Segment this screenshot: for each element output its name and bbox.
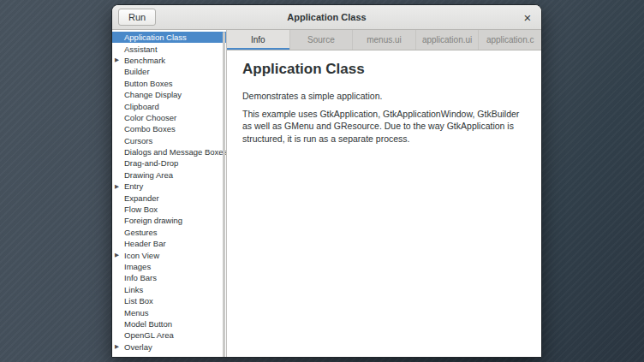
sidebar-item-label: OpenGL Area (124, 330, 174, 340)
sidebar-item-flow-box[interactable]: Flow Box (112, 204, 226, 215)
sidebar-item-label: Combo Boxes (124, 124, 176, 134)
tab-source[interactable]: Source (290, 30, 354, 50)
sidebar-item-label: Icon View (124, 251, 159, 260)
desktop-background: { "window": { "title": "Application Clas… (0, 0, 644, 362)
tab-application-c[interactable]: application.c (479, 30, 541, 50)
tab-bar: InfoSourcemenus.uiapplication.uiapplicat… (227, 30, 541, 50)
sidebar-item-label: Clipboard (124, 102, 159, 111)
sidebar-item-assistant[interactable]: Assistant (112, 43, 226, 54)
page-title: Application Class (242, 61, 526, 78)
sidebar-item-builder[interactable]: Builder (112, 66, 226, 77)
expander-arrow-icon[interactable]: ▶ (115, 56, 119, 63)
window-title: Application Class (112, 12, 541, 22)
sidebar-item-dialogs-and-message-boxes[interactable]: Dialogs and Message Boxes (112, 146, 226, 157)
sidebar-item-clipboard[interactable]: Clipboard (112, 100, 226, 111)
sidebar-item-label: Overlay (124, 342, 152, 352)
sidebar-item-model-button[interactable]: Model Button (112, 318, 226, 329)
run-button[interactable]: Run (118, 9, 156, 26)
sidebar-item-button-boxes[interactable]: Button Boxes (112, 78, 226, 89)
sidebar-item-images[interactable]: Images (112, 261, 226, 272)
app-window: Run Application Class × Application Clas… (111, 4, 542, 358)
tab-menus-ui[interactable]: menus.ui (353, 30, 416, 50)
sidebar-item-benchmark[interactable]: ▶Benchmark (112, 55, 226, 66)
sidebar-item-overlay[interactable]: ▶Overlay (112, 341, 226, 353)
sidebar-item-menus[interactable]: Menus (112, 306, 226, 317)
sidebar-item-label: Images (124, 262, 151, 271)
sidebar-item-icon-view[interactable]: ▶Icon View (112, 249, 226, 260)
sidebar-item-label: Cursors (124, 136, 152, 145)
sidebar-item-label: Drawing Area (124, 170, 173, 180)
sidebar-item-label: Header Bar (124, 239, 166, 248)
sidebar-item-opengl-area[interactable]: OpenGL Area (112, 329, 226, 341)
sidebar-item-label: Change Display (124, 90, 182, 99)
sidebar-item-gestures[interactable]: Gestures (112, 227, 226, 238)
window-body: Application ClassAssistant▶BenchmarkBuil… (112, 30, 541, 357)
demo-list-sidebar: Application ClassAssistant▶BenchmarkBuil… (112, 30, 227, 357)
sidebar-item-combo-boxes[interactable]: Combo Boxes (112, 123, 226, 134)
sidebar-item-label: Model Button (124, 319, 172, 329)
info-content: Application Class Demonstrates a simple … (227, 50, 541, 357)
sidebar-item-drag-and-drop[interactable]: Drag-and-Drop (112, 157, 226, 169)
sidebar-item-change-display[interactable]: Change Display (112, 89, 226, 100)
sidebar-item-label: Menus (124, 308, 149, 317)
sidebar-scrollbar[interactable] (223, 32, 225, 357)
sidebar-item-label: Benchmark (124, 56, 165, 65)
sidebar-item-application-class[interactable]: Application Class (112, 32, 226, 43)
sidebar-item-label: Info Bars (124, 273, 157, 282)
sidebar-item-label: Dialogs and Message Boxes (124, 147, 227, 157)
sidebar-item-label: Links (124, 285, 143, 294)
sidebar-item-header-bar[interactable]: Header Bar (112, 238, 226, 249)
sidebar-item-label: Entry (124, 181, 143, 191)
expander-arrow-icon[interactable]: ▶ (115, 343, 119, 350)
tab-info[interactable]: Info (227, 30, 290, 50)
sidebar-item-links[interactable]: Links (112, 284, 226, 295)
sidebar-item-label: Foreign drawing (124, 216, 182, 225)
sidebar-item-foreign-drawing[interactable]: Foreign drawing (112, 215, 226, 226)
sidebar-item-label: Button Boxes (124, 79, 173, 88)
sidebar-item-list-box[interactable]: List Box (112, 295, 226, 306)
sidebar-item-drawing-area[interactable]: Drawing Area (112, 169, 226, 181)
sidebar-item-label: Assistant (124, 45, 158, 54)
sidebar-item-label: Color Chooser (124, 113, 176, 122)
expander-arrow-icon[interactable]: ▶ (115, 183, 119, 190)
description-paragraph: Demonstrates a simple application. (242, 90, 526, 102)
sidebar-item-expander[interactable]: Expander (112, 192, 226, 203)
sidebar-item-entry[interactable]: ▶Entry (112, 181, 226, 192)
tab-application-ui[interactable]: application.ui (416, 30, 480, 50)
header-bar: Run Application Class × (112, 5, 541, 30)
sidebar-item-label: Expander (124, 193, 159, 203)
description-block: Demonstrates a simple application.This e… (242, 90, 526, 145)
expander-arrow-icon[interactable]: ▶ (115, 252, 119, 258)
sidebar-item-info-bars[interactable]: Info Bars (112, 272, 226, 283)
sidebar-item-label: Gestures (124, 228, 158, 237)
description-paragraph: This example uses GtkApplication, GtkApp… (242, 108, 526, 145)
sidebar-item-label: List Box (124, 296, 153, 306)
sidebar-item-label: Flow Box (124, 205, 158, 214)
sidebar-item-label: Application Class (124, 33, 187, 42)
sidebar-item-label: Drag-and-Drop (124, 158, 178, 168)
sidebar-item-label: Builder (124, 67, 150, 76)
demo-list: Application ClassAssistant▶BenchmarkBuil… (112, 32, 226, 353)
sidebar-item-color-chooser[interactable]: Color Chooser (112, 112, 226, 123)
close-icon[interactable]: × (520, 9, 535, 25)
detail-pane: InfoSourcemenus.uiapplication.uiapplicat… (227, 30, 541, 357)
sidebar-item-cursors[interactable]: Cursors (112, 135, 226, 146)
